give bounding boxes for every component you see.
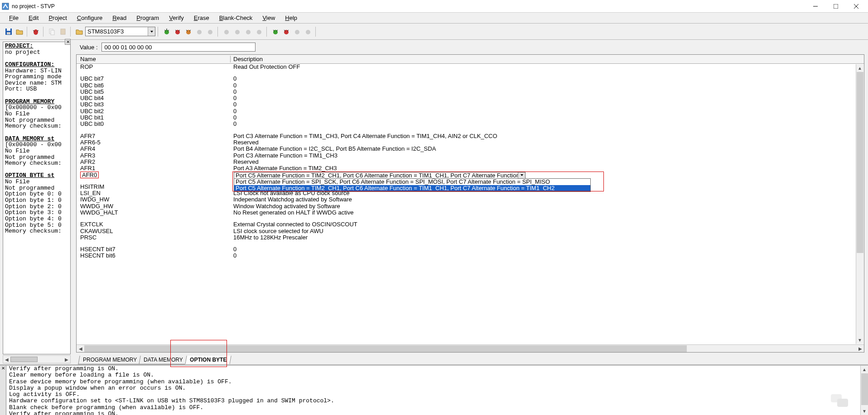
afr0-dropdown[interactable]: Port C5 Alternate Function = TIM2_CH1, P… [234,172,526,192]
dropdown-arrow-icon[interactable] [148,27,155,36]
afr0-dropdown-list[interactable]: Port C5 Alternate Function = SPI_SCK, Po… [234,178,591,192]
grid-row[interactable]: HSECNT bit60 [77,253,864,259]
app-icon [2,3,9,10]
bug-red-icon[interactable] [31,27,41,37]
col-header-desc[interactable]: Description [231,56,864,62]
device-select[interactable]: STM8S103F3 [85,27,155,36]
scroll-thumb[interactable] [10,357,38,362]
grid-row[interactable]: AFR6-5Reserved [77,139,864,146]
save-icon[interactable] [4,27,14,37]
grid-row[interactable]: WWDG_HALTNo Reset generated on HALT if W… [77,210,864,216]
scroll-left-icon[interactable]: ◀ [77,345,84,353]
grid-row[interactable]: PRSC16MHz to 128KHz Prescaler [77,234,864,241]
value-input[interactable]: 00 00 01 00 00 00 [101,43,256,52]
grid-row[interactable]: ROPRead Out Protection OFF [77,64,864,70]
svg-point-26 [224,30,229,34]
svg-point-28 [246,30,251,34]
paste-icon [58,27,68,37]
grid-row[interactable]: IWDG_HWIndependant Watchdog activated by… [77,196,864,203]
svg-point-8 [34,29,38,35]
log-pane: ✕ Verify after programming is ON. Clear … [0,364,868,415]
svg-rect-6 [7,29,10,31]
memory-tabs: PROGRAM MEMORYDATA MEMORYOPTION BYTE [76,353,864,364]
ant-red-icon[interactable] [173,27,183,37]
menu-project[interactable]: Project [44,14,71,22]
window-title: no project - STVP [12,3,55,10]
menu-view[interactable]: View [258,14,280,22]
svg-point-27 [235,30,240,34]
grid-row[interactable]: UBC bit10 [77,114,864,121]
grid-row[interactable]: WWDG_HWWindow Watchdog activated by Soft… [77,203,864,210]
ant-disabled-4-icon [232,27,242,37]
ant-disabled-1-icon [194,27,204,37]
scroll-down-icon[interactable]: ▼ [856,336,864,344]
grid-row[interactable]: AFR1Port A3 Alternate Function = TIM2_CH… [77,165,864,172]
ant-disabled-7-icon [292,27,302,37]
left-hscroll[interactable]: ◀ ▶ [3,355,71,363]
maximize-button[interactable] [825,0,846,13]
svg-rect-12 [51,30,54,35]
grid-row[interactable]: AFR3Port C3 Alternate Function = TIM1_CH… [77,153,864,159]
grid-row[interactable]: AFR2Reserved [77,159,864,165]
tab-program-memory[interactable]: PROGRAM MEMORY [78,356,141,364]
ant-green2-icon[interactable] [270,27,280,37]
scroll-right-icon[interactable]: ▶ [63,356,70,363]
log-close-icon[interactable]: ✕ [0,366,6,415]
toolbar: STM8S103F3 [0,24,868,40]
menu-program[interactable]: Program [132,14,164,22]
scroll-up-icon[interactable]: ▲ [856,64,864,72]
ant-orange-icon[interactable] [183,27,193,37]
ant-red2-icon[interactable] [281,27,291,37]
col-header-name[interactable]: Name [77,56,231,62]
grid-row[interactable]: AFR7Port C3 Alternate Function = TIM1_CH… [77,133,864,139]
log-vscroll[interactable]: ▲ ▼ [860,366,868,415]
afr0-option[interactable]: Port C5 Alternate Function = TIM2_CH1, P… [234,185,590,191]
grid-row[interactable]: AFR4Port B4 Alternate Function = I2C_SCL… [77,146,864,152]
panel-close-icon[interactable]: ✕ [65,39,71,45]
grid-row[interactable]: UBC bit00 [77,121,864,127]
scroll-left-icon[interactable]: ◀ [3,356,10,363]
grid-row[interactable]: CKAWUSELLSI clock source selected for AW… [77,228,864,234]
grid-row[interactable]: HSECNT bit70 [77,246,864,253]
svg-point-24 [197,30,202,34]
scroll-right-icon[interactable]: ▶ [856,345,864,353]
svg-point-29 [257,30,261,34]
open-icon[interactable] [14,27,24,37]
menu-file[interactable]: File [5,14,23,22]
grid-row[interactable]: UBC bit40 [77,95,864,101]
grid-vscroll[interactable]: ▲ ▼ [856,64,863,344]
option-byte-grid: Name Description ROPRead Out Protection … [76,54,864,353]
grid-header: Name Description [77,55,864,64]
ant-disabled-8-icon [303,27,313,37]
minimize-button[interactable] [805,0,825,13]
menu-read[interactable]: Read [108,14,131,22]
menu-edit[interactable]: Edit [24,14,43,22]
scroll-up-icon[interactable]: ▲ [861,366,868,373]
svg-point-37 [306,30,310,34]
menu-blank-check[interactable]: Blank-Check [215,14,257,22]
open2-icon[interactable] [74,27,84,37]
scroll-thumb[interactable] [857,72,863,253]
ant-disabled-5-icon [243,27,253,37]
grid-row[interactable]: EXTCLKExternal Crystal connected to OSCI… [77,221,864,228]
grid-row[interactable]: UBC bit60 [77,82,864,89]
svg-rect-7 [7,32,10,34]
scroll-down-icon[interactable]: ▼ [861,407,868,415]
ant-green-icon[interactable] [162,27,172,37]
value-label: Value : [80,44,98,51]
grid-row[interactable]: UBC bit20 [77,108,864,114]
menu-help[interactable]: Help [280,14,302,22]
scroll-thumb[interactable] [861,373,868,405]
svg-rect-2 [834,4,838,9]
menu-verify[interactable]: Verify [164,14,188,22]
close-button[interactable] [846,0,866,13]
dropdown-arrow-icon[interactable] [518,172,525,178]
grid-row[interactable]: UBC bit50 [77,89,864,95]
ant-disabled-6-icon [254,27,264,37]
value-input-text: 00 00 01 00 00 00 [105,44,152,51]
grid-row[interactable]: UBC bit70 [77,76,864,82]
grid-row[interactable]: UBC bit30 [77,101,864,108]
afr0-option[interactable]: Port C5 Alternate Function = SPI_SCK, Po… [234,179,590,185]
menu-configure[interactable]: Configure [72,14,107,22]
menu-erase[interactable]: Erase [189,14,214,22]
